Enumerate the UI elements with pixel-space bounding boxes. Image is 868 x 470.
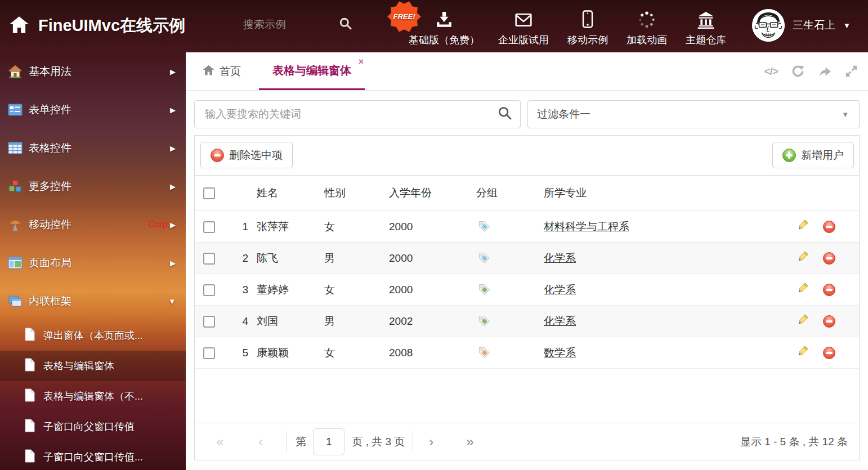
tab-bar: 首页 表格与编辑窗体 × </> [186, 52, 868, 91]
arrow-right-icon: ▶ [170, 182, 176, 191]
add-user-button[interactable]: 新增用户 [772, 142, 854, 168]
close-icon[interactable]: × [359, 57, 364, 66]
plus-circle-icon [782, 149, 796, 162]
pagination-bar: « ‹ 第 页 , 共 3 页 › » 显示 1 - 5 条 , 共 12 条 [195, 423, 859, 460]
table-row[interactable]: 1 张萍萍 女 2000 材料科学与工程系 [195, 211, 859, 243]
refresh-icon[interactable] [791, 64, 805, 78]
sidebar-subitem-child-to-parent[interactable]: 子窗口向父窗口传值 [0, 411, 186, 442]
keyword-search-input[interactable] [204, 108, 498, 121]
cell-gender: 女 [316, 274, 381, 306]
grid-header-row: 姓名 性别 入学年份 分组 所学专业 [195, 176, 859, 211]
delete-row-icon[interactable] [823, 284, 835, 296]
cell-group [465, 211, 533, 243]
major-link[interactable]: 数学系 [544, 347, 576, 359]
share-icon[interactable] [818, 65, 832, 78]
cell-group [465, 274, 533, 306]
header-nav: 基础版（免费） 企业版试用 移动示例 [409, 8, 726, 47]
filter-dropdown[interactable]: 过滤条件一 ▼ [527, 100, 860, 128]
cell-gender: 女 [316, 211, 381, 243]
sidebar-subitem-grid-edit-window[interactable]: 表格与编辑窗体 [0, 351, 186, 381]
divider [413, 431, 413, 453]
sidebar-item-iframe[interactable]: 内联框架 ▼ [0, 282, 186, 320]
sidebar-subitem-popup-window[interactable]: 弹出窗体（本页面或... [0, 320, 186, 351]
page-number-input[interactable] [313, 428, 344, 455]
table-icon [8, 142, 23, 154]
delete-row-icon[interactable] [823, 252, 835, 265]
sidebar-item-grid-controls[interactable]: 表格控件 ▶ [0, 129, 186, 167]
next-page-button[interactable]: › [429, 435, 433, 449]
column-header-actions [780, 176, 859, 211]
nav-enterprise-trial[interactable]: 企业版试用 [498, 8, 549, 47]
row-checkbox[interactable] [203, 347, 215, 359]
home-icon[interactable] [9, 16, 29, 36]
cell-year: 2002 [381, 306, 465, 337]
edit-pencil-icon[interactable] [797, 345, 809, 360]
column-header-name[interactable]: 姓名 [248, 176, 316, 211]
button-label: 新增用户 [801, 148, 844, 163]
delete-row-icon[interactable] [823, 315, 835, 328]
expand-icon[interactable] [845, 65, 858, 78]
source-code-icon[interactable]: </> [764, 65, 778, 78]
table-row[interactable]: 2 陈飞 男 2000 化学系 [195, 243, 859, 274]
file-icon [24, 358, 36, 374]
first-page-button[interactable]: « [216, 435, 223, 449]
minus-circle-icon [211, 149, 224, 162]
major-link[interactable]: 化学系 [544, 284, 576, 296]
major-link[interactable]: 化学系 [544, 252, 576, 264]
row-checkbox[interactable] [203, 316, 215, 328]
tab-home[interactable]: 首页 [203, 52, 241, 90]
user-menu[interactable]: 三生石上 ▼ [752, 9, 851, 42]
search-icon[interactable] [498, 106, 512, 123]
cell-name: 张萍萍 [248, 211, 316, 243]
major-link[interactable]: 化学系 [544, 315, 576, 327]
column-header-group[interactable]: 分组 [465, 176, 533, 211]
column-header-year[interactable]: 入学年份 [381, 176, 465, 211]
major-link[interactable]: 材料科学与工程系 [544, 221, 629, 232]
nav-theme-store[interactable]: 主题仓库 [686, 8, 726, 47]
sidebar-item-more-controls[interactable]: 更多控件 ▶ [0, 167, 186, 205]
tag-icon [476, 250, 490, 263]
file-icon [24, 449, 36, 465]
column-header-gender[interactable]: 性别 [316, 176, 381, 211]
row-checkbox[interactable] [203, 253, 215, 265]
keyword-search-box [194, 100, 521, 128]
sidebar-item-form-controls[interactable]: 表单控件 ▶ [0, 91, 186, 129]
column-header-major[interactable]: 所学专业 [533, 176, 780, 211]
tag-icon [476, 344, 490, 358]
brand[interactable]: FineUIMvc在线示例 [9, 15, 185, 37]
delete-row-icon[interactable] [823, 347, 835, 359]
sidebar-item-basic-usage[interactable]: 基本用法 ▶ [0, 52, 186, 91]
edit-pencil-icon[interactable] [797, 314, 809, 329]
select-all-checkbox[interactable] [203, 187, 215, 199]
sidebar-subitem-grid-edit-window-2[interactable]: 表格与编辑窗体（不... [0, 381, 186, 411]
edit-pencil-icon[interactable] [797, 282, 809, 297]
file-icon [24, 328, 36, 344]
row-checkbox[interactable] [203, 221, 215, 233]
sidebar-subitem-child-to-parent-2[interactable]: 子窗口向父窗口传值... [0, 442, 186, 470]
nav-loading-animations[interactable]: 加载动画 [627, 8, 667, 47]
edit-pencil-icon[interactable] [797, 250, 809, 266]
nav-basic-edition[interactable]: 基础版（免费） [409, 8, 480, 47]
prev-page-button[interactable]: ‹ [258, 435, 263, 449]
page-count-label: 页 , 共 3 页 [352, 435, 405, 449]
sidebar-item-page-layout[interactable]: 页面布局 ▶ [0, 244, 186, 282]
edit-pencil-icon[interactable] [797, 219, 809, 234]
last-page-button[interactable]: » [466, 435, 473, 449]
divider [287, 431, 287, 453]
tab-grid-edit-window[interactable]: 表格与编辑窗体 × [259, 52, 365, 90]
table-row[interactable]: 3 董婷婷 女 2000 化学系 [195, 274, 859, 306]
table-row[interactable]: 5 康颖颖 女 2008 数学系 [195, 337, 859, 369]
search-icon[interactable] [339, 17, 352, 33]
table-row[interactable]: 4 刘国 男 2002 化学系 [195, 306, 859, 337]
cell-group [465, 243, 533, 274]
nav-label: 加载动画 [627, 33, 667, 47]
nav-mobile-demo[interactable]: 移动示例 [567, 8, 608, 47]
header-search-input[interactable] [242, 18, 329, 32]
sidebar-item-mobile-controls[interactable]: 移动控件 Corp. ▶ [0, 205, 186, 244]
cell-group [465, 306, 533, 337]
row-checkbox[interactable] [203, 284, 215, 296]
filter-dropdown-value: 过滤条件一 [537, 107, 842, 122]
delete-selected-button[interactable]: 删除选中项 [200, 142, 293, 168]
data-grid: 姓名 性别 入学年份 分组 所学专业 1 张萍萍 女 2000 [195, 175, 859, 369]
delete-row-icon[interactable] [823, 221, 835, 233]
